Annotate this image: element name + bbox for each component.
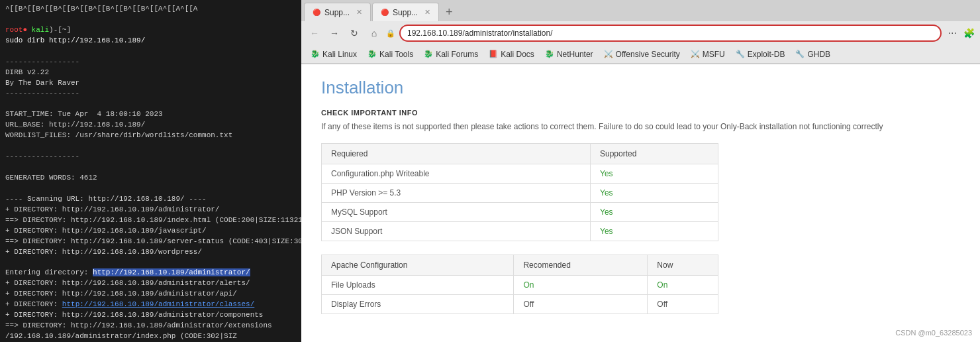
table-row: File Uploads On On xyxy=(322,276,718,295)
ghdb-icon: 🔧 xyxy=(795,50,805,58)
term-line: ==> DIRECTORY: http://192.168.10.189/ind… xyxy=(5,215,296,226)
nav-more-icon[interactable]: ··· xyxy=(946,25,959,42)
req-item-2: PHP Version >= 5.3 xyxy=(322,184,591,203)
requirements-table: Requiered Supported Configuration.php Wr… xyxy=(321,143,718,241)
term-line: ^[[B^[[B^[[B^[[B^[[B^[[B^[[B^[[B^[[A^[[A… xyxy=(5,4,296,15)
term-line xyxy=(5,162,296,173)
prompt-root: root● xyxy=(5,26,27,34)
home-button[interactable]: ⌂ xyxy=(366,25,382,41)
bookmark-msfu-label: MSFU xyxy=(703,50,725,59)
browser-chrome: 🔴 Supp... ✕ 🔴 Supp... ✕ + ← → ↻ ⌂ 🔒 ··· … xyxy=(301,0,980,64)
table-row: Configuration.php Writeable Yes xyxy=(322,164,718,184)
nav-bar: ← → ↻ ⌂ 🔒 ··· 🧩 xyxy=(301,21,980,45)
terminal-panel: ^[[B^[[B^[[B^[[B^[[B^[[B^[[B^[[B^[[A^[[A… xyxy=(0,0,301,342)
msfu-icon: ⚔️ xyxy=(691,50,700,58)
tab-close-1[interactable]: ✕ xyxy=(356,8,362,17)
bookmark-kali-tools[interactable]: 🐉 Kali Tools xyxy=(364,48,417,60)
apache-item-1: File Uploads xyxy=(322,276,514,295)
kali-forums-icon: 🐉 xyxy=(424,50,433,58)
term-line: + DIRECTORY: http://192.168.10.189/admin… xyxy=(5,300,296,310)
term-line: + DIRECTORY: http://192.168.10.189/admin… xyxy=(5,278,296,289)
term-line xyxy=(5,258,296,268)
req-item-3: MySQL Support xyxy=(322,203,591,222)
entering-directory-line: Entering directory: http://192.168.10.18… xyxy=(5,268,296,278)
browser-tab-1[interactable]: 🔴 Supp... ✕ xyxy=(304,3,371,21)
bookmark-kali-linux[interactable]: 🐉 Kali Linux xyxy=(307,48,361,60)
tab-favicon-2: 🔴 xyxy=(381,9,389,16)
term-prompt-line: root● kali)-[~] xyxy=(5,25,296,36)
bookmark-exploit-db[interactable]: 🔧 Exploit-DB xyxy=(732,48,789,60)
bookmark-nethunter[interactable]: 🐉 NetHunter xyxy=(541,48,597,60)
tab-close-2[interactable]: ✕ xyxy=(424,8,430,17)
browser-panel: 🔴 Supp... ✕ 🔴 Supp... ✕ + ← → ↻ ⌂ 🔒 ··· … xyxy=(301,0,980,342)
bookmark-msfu[interactable]: ⚔️ MSFU xyxy=(687,48,729,60)
lock-icon: 🔒 xyxy=(386,29,395,38)
table-row: Display Errors Off Off xyxy=(322,295,718,314)
nethunter-icon: 🐉 xyxy=(545,50,554,58)
term-line: + DIRECTORY: http://192.168.10.189/admin… xyxy=(5,289,296,300)
term-separator: ----------------- xyxy=(5,152,296,162)
prompt-host: kali xyxy=(27,26,49,34)
offensive-security-icon: ⚔️ xyxy=(604,50,613,58)
highlight-url: http://192.168.10.189/administrator/ xyxy=(93,268,250,276)
reload-button[interactable]: ↻ xyxy=(346,25,362,41)
sup-item-1: Yes xyxy=(591,164,718,184)
check-section: CHECK IMPORTANT INFO If any of these ite… xyxy=(321,109,960,133)
bookmark-offensive-security-label: Offensive Security xyxy=(616,50,680,59)
apache-now-1: On xyxy=(648,276,718,295)
term-separator: ----------------- xyxy=(5,89,296,99)
bookmark-ghdb-label: GHDB xyxy=(807,50,830,59)
bookmark-exploit-db-label: Exploit-DB xyxy=(748,50,785,59)
col-required: Requiered xyxy=(322,144,591,164)
term-separator: ----------------- xyxy=(5,57,296,68)
page-title: Installation xyxy=(321,78,960,98)
bookmark-offensive-security[interactable]: ⚔️ Offensive Security xyxy=(600,48,684,60)
term-line: ==> DIRECTORY: http://192.168.10.189/adm… xyxy=(5,321,296,331)
underline-url: http://192.168.10.189/administrator/clas… xyxy=(62,300,254,308)
prompt-bracket: )-[~] xyxy=(49,26,71,34)
kali-linux-icon: 🐉 xyxy=(311,50,320,58)
table-row: PHP Version >= 5.3 Yes xyxy=(322,184,718,203)
req-item-1: Configuration.php Writeable xyxy=(322,164,591,184)
col-recommended: Recomended xyxy=(514,255,648,276)
apache-rec-1: On xyxy=(514,276,648,295)
bookmark-kali-forums[interactable]: 🐉 Kali Forums xyxy=(420,48,482,60)
table-row: JSON Support Yes xyxy=(322,222,718,241)
term-line: ==> DIRECTORY: http://192.168.10.189/ser… xyxy=(5,237,296,247)
bookmark-kali-docs-label: Kali Docs xyxy=(501,50,534,59)
info-text: If any of these items is not supported t… xyxy=(321,121,960,133)
term-line: ---- Scanning URL: http://192.168.10.189… xyxy=(5,194,296,205)
sup-item-3: Yes xyxy=(591,203,718,222)
term-line: + DIRECTORY: http://192.168.10.189/wordp… xyxy=(5,247,296,258)
bookmark-nethunter-label: NetHunter xyxy=(557,50,593,59)
apache-item-2: Display Errors xyxy=(322,295,514,314)
term-line: sudo dirb http://192.168.10.189/ xyxy=(5,36,296,46)
back-button[interactable]: ← xyxy=(307,25,322,41)
sup-item-4: Yes xyxy=(591,222,718,241)
table-row: MySQL Support Yes xyxy=(322,203,718,222)
term-line xyxy=(5,15,296,25)
kali-docs-icon: 📕 xyxy=(489,50,498,58)
tab-label-2: Supp... xyxy=(393,8,418,17)
term-line: /192.168.10.189/administrator/index.php … xyxy=(5,331,296,342)
bookmark-kali-docs[interactable]: 📕 Kali Docs xyxy=(485,48,538,60)
browser-tab-2[interactable]: 🔴 Supp... ✕ xyxy=(372,3,439,21)
term-line: + DIRECTORY: http://192.168.10.189/javas… xyxy=(5,226,296,237)
new-tab-button[interactable]: + xyxy=(440,5,458,19)
page-content: Installation CHECK IMPORTANT INFO If any… xyxy=(301,64,980,342)
bookmark-kali-linux-label: Kali Linux xyxy=(322,50,357,59)
sup-item-2: Yes xyxy=(591,184,718,203)
term-line: GENERATED WORDS: 4612 xyxy=(5,173,296,184)
col-now: Now xyxy=(648,255,718,276)
csdn-watermark: CSDN @m0_63285023 xyxy=(895,329,972,337)
term-cmd: sudo dirb http://192.168.10.189/ xyxy=(5,36,145,44)
term-line xyxy=(5,184,296,194)
extensions-icon[interactable]: 🧩 xyxy=(963,28,975,38)
tab-bar: 🔴 Supp... ✕ 🔴 Supp... ✕ + xyxy=(301,0,980,21)
term-line: START_TIME: Tue Apr 4 18:00:10 2023 xyxy=(5,109,296,120)
address-bar[interactable] xyxy=(399,25,942,42)
bookmarks-bar: 🐉 Kali Linux 🐉 Kali Tools 🐉 Kali Forums … xyxy=(301,45,980,64)
term-line xyxy=(5,46,296,57)
bookmark-ghdb[interactable]: 🔧 GHDB xyxy=(791,48,834,60)
forward-button[interactable]: → xyxy=(326,25,342,41)
